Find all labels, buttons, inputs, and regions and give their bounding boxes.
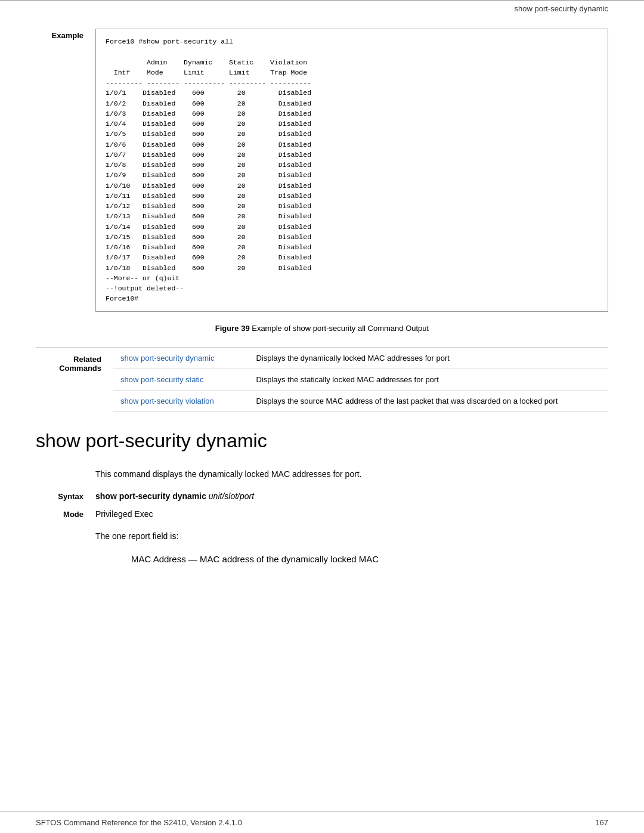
related-desc-3: Displays the source MAC address of the l… [249, 390, 608, 411]
page-header: show port-security dynamic [0, 0, 644, 17]
related-desc-2: Displays the statically locked MAC addre… [249, 368, 608, 390]
related-label-main: Related [36, 355, 101, 364]
syntax-row: Syntax show port-security dynamic unit/s… [36, 491, 608, 501]
mode-label: Mode [36, 510, 95, 519]
main-content: Example Force10 #show port-security all … [0, 17, 644, 621]
section-description: This command displays the dynamically lo… [95, 467, 608, 481]
related-link-2[interactable]: show port-security static [113, 368, 249, 390]
example-label: Example [36, 29, 95, 312]
page-container: show port-security dynamic Example Force… [0, 0, 644, 833]
example-section: Example Force10 #show port-security all … [36, 29, 608, 312]
syntax-content: show port-security dynamic unit/slot/por… [95, 491, 254, 501]
syntax-cmd-bold: show port-security dynamic [95, 491, 209, 501]
footer-right: 167 [595, 818, 608, 827]
related-label-sub: Commands [36, 364, 101, 373]
related-desc-1: Displays the dynamically locked MAC addr… [249, 348, 608, 369]
table-row: show port-security violation Displays th… [113, 390, 608, 411]
related-link-3[interactable]: show port-security violation [113, 390, 249, 411]
figure-caption: Figure 39 Example of show port-security … [36, 324, 608, 333]
related-section: Related Commands show port-security dyna… [36, 347, 608, 412]
section-heading: show port-security dynamic [36, 430, 608, 456]
syntax-cmd-italic: unit/slot/port [209, 491, 254, 501]
related-link-1[interactable]: show port-security dynamic [113, 348, 249, 369]
header-title: show port-security dynamic [515, 4, 609, 13]
mac-address-para: MAC Address — MAC address of the dynamic… [131, 551, 608, 567]
mode-value: Privileged Exec [95, 509, 153, 519]
table-row: show port-security dynamic Displays the … [113, 348, 608, 369]
related-label: Related Commands [36, 348, 113, 412]
table-row: show port-security static Displays the s… [113, 368, 608, 390]
footer-left: SFTOS Command Reference for the S2410, V… [36, 818, 242, 827]
example-code: Force10 #show port-security all Admin Dy… [95, 29, 608, 312]
figure-number: Figure 39 [215, 324, 250, 333]
one-report-para: The one report field is: [95, 529, 608, 543]
mode-row: Mode Privileged Exec [36, 509, 608, 519]
figure-text: Example of show port-security all Comman… [250, 324, 429, 333]
page-footer: SFTOS Command Reference for the S2410, V… [0, 812, 644, 833]
syntax-label: Syntax [36, 492, 95, 501]
related-commands-table: show port-security dynamic Displays the … [113, 348, 608, 412]
